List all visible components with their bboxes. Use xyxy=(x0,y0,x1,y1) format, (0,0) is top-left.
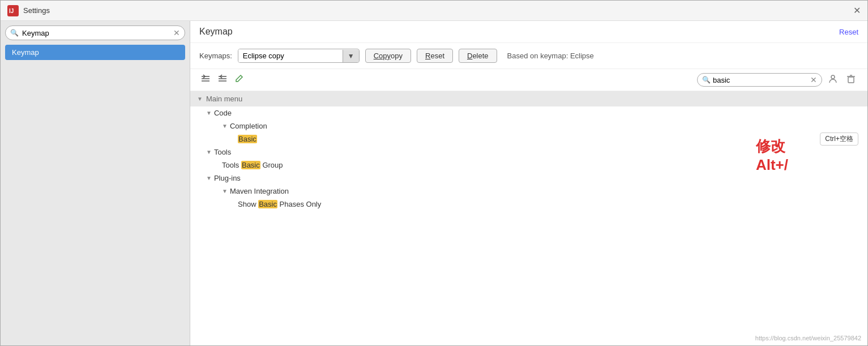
basic-label: Basic xyxy=(238,135,257,143)
tree-item-basic[interactable]: Basic Ctrl+空格 xyxy=(190,133,867,146)
svg-rect-9 xyxy=(848,77,854,83)
basic-shortcut-badge: Ctrl+空格 xyxy=(820,133,858,146)
tools-label: Tools xyxy=(214,148,231,156)
expand-all-button[interactable] xyxy=(199,72,212,87)
sidebar-search-clear[interactable]: ✕ xyxy=(173,28,180,37)
tools-basic-group-label: Tools Basic Group xyxy=(222,161,283,169)
window-title: Settings xyxy=(23,6,50,15)
code-label: Code xyxy=(214,109,232,117)
section-triangle: ▼ xyxy=(197,96,203,102)
watermark: https://blog.csdn.net/weixin_25579842 xyxy=(755,335,861,341)
panel-title: Keymap xyxy=(199,27,233,37)
sidebar-search-input[interactable] xyxy=(22,29,170,37)
filter-search-input[interactable] xyxy=(713,76,808,84)
app-logo: IJ xyxy=(7,5,19,16)
tree-section-header: ▼ Main menu xyxy=(190,91,867,106)
delete-button[interactable]: Delete xyxy=(459,49,497,63)
collapse-all-icon xyxy=(217,74,228,84)
plugins-triangle: ▼ xyxy=(206,175,212,181)
sidebar-item-keymap[interactable]: Keymap xyxy=(5,45,185,60)
plugins-label: Plug-ins xyxy=(214,174,241,182)
basic-highlight: Basic xyxy=(238,135,257,143)
filter-search-icon: 🔍 xyxy=(702,76,711,84)
completion-label: Completion xyxy=(230,122,267,130)
keymap-dropdown-button[interactable]: ▼ xyxy=(343,50,359,62)
completion-triangle: ▼ xyxy=(222,123,228,129)
based-on-label: Based on keymap: Eclipse xyxy=(507,52,594,60)
tree-item-show-basic-phases[interactable]: Show Basic Phases Only xyxy=(190,198,867,211)
code-triangle: ▼ xyxy=(206,110,212,116)
svg-text:IJ: IJ xyxy=(9,8,14,14)
section-label: Main menu xyxy=(206,95,242,103)
filter-clear-button[interactable]: ✕ xyxy=(810,75,817,84)
tools-basic-highlight: Basic xyxy=(241,161,260,169)
trash-icon xyxy=(846,74,856,84)
reset-button[interactable]: Reset xyxy=(417,49,453,63)
edit-icon xyxy=(234,74,243,83)
show-basic-highlight: Basic xyxy=(258,200,277,208)
maven-integration-label: Maven Integration xyxy=(230,187,289,195)
tree-item-completion[interactable]: ▼ Completion xyxy=(190,119,867,133)
tree-item-maven-integration[interactable]: ▼ Maven Integration xyxy=(190,185,867,198)
svg-point-8 xyxy=(831,75,835,79)
filter-search-bar: 🔍 ✕ xyxy=(697,73,822,87)
tree-item-tools[interactable]: ▼ Tools xyxy=(190,146,867,159)
close-button[interactable]: ✕ xyxy=(853,6,861,15)
tree-item-code[interactable]: ▼ Code xyxy=(190,106,867,119)
keymap-select-wrapper: ▼ xyxy=(238,49,360,63)
tree-item-tools-basic-group[interactable]: Tools Basic Group xyxy=(190,159,867,172)
search-icon: 🔍 xyxy=(10,29,19,37)
tools-triangle: ▼ xyxy=(206,149,212,155)
sidebar-search-bar: 🔍 ✕ xyxy=(5,25,185,40)
collapse-all-button[interactable] xyxy=(216,72,229,87)
keymaps-label: Keymaps: xyxy=(199,52,232,60)
show-basic-phases-label: Show Basic Phases Only xyxy=(238,200,321,208)
reset-top-button[interactable]: Reset xyxy=(839,28,858,36)
edit-button[interactable] xyxy=(233,73,245,87)
user-icon xyxy=(828,74,838,84)
keymap-select-input[interactable] xyxy=(238,49,343,62)
user-filter-button[interactable] xyxy=(826,72,840,87)
expand-all-icon xyxy=(200,74,211,84)
tree-container: ▼ Main menu ▼ Code ▼ Completion Basic Ct… xyxy=(190,91,867,345)
tree-item-plugins[interactable]: ▼ Plug-ins xyxy=(190,172,867,185)
delete-shortcut-button[interactable] xyxy=(844,72,858,87)
copy-button[interactable]: Copyopy xyxy=(365,49,411,63)
maven-triangle: ▼ xyxy=(222,188,228,194)
